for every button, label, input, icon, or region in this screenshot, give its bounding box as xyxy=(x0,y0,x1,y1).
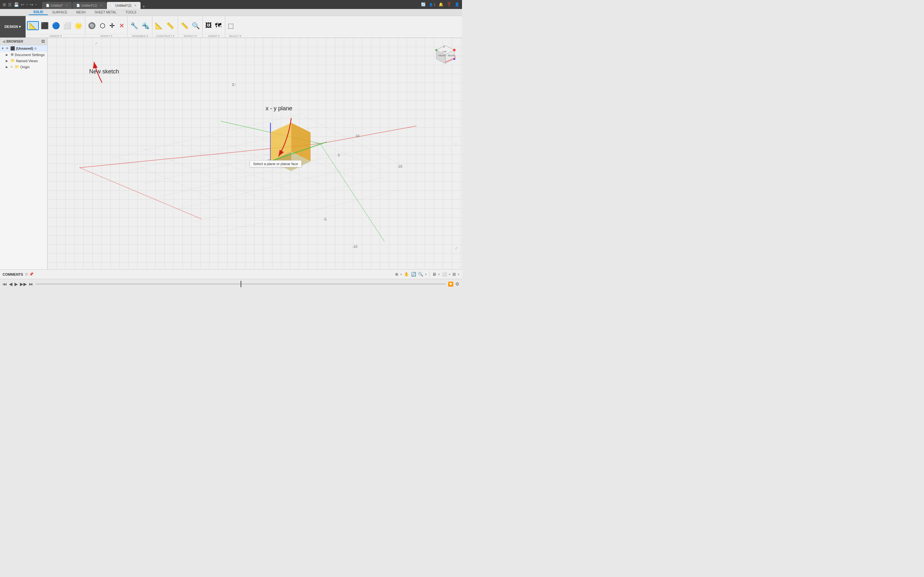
insert-btn1[interactable]: 🖼 xyxy=(204,21,213,30)
snap-dropdown[interactable]: ▾ xyxy=(401,273,402,276)
zoom-dropdown[interactable]: ▾ xyxy=(425,273,427,276)
zoom-icon[interactable]: 🔍 xyxy=(418,272,423,277)
timeline-prev-btn[interactable]: ◀ xyxy=(9,282,13,287)
tab-untitled-2[interactable]: 📄 Untitled*(2) ✕ xyxy=(107,2,141,9)
solid-btn[interactable]: ⬛ xyxy=(39,22,50,29)
svg-text:5: 5 xyxy=(338,153,340,157)
grid-dropdown[interactable]: ▾ xyxy=(458,273,459,276)
tab-untitled[interactable]: 📄 Untitled* ✕ xyxy=(42,2,72,9)
revolve-btn[interactable]: 🔵 xyxy=(51,22,61,29)
redo-icon[interactable]: ↪ xyxy=(30,2,33,7)
browser-item-origin[interactable]: ▶ 👁 📁 Origin xyxy=(0,64,47,70)
insert-btn2[interactable]: 🗺 xyxy=(214,21,223,30)
timeline-end-btn[interactable]: ⏭ xyxy=(29,282,33,287)
undo-dropdown-icon[interactable]: ▾ xyxy=(26,3,28,6)
canvas[interactable]: 10 5 -5 -10 -10 Z↑ New sketch xyxy=(47,38,462,269)
assemble-btn2[interactable]: 🔩 xyxy=(140,21,151,30)
design-button[interactable]: DESIGN ▾ xyxy=(0,16,26,37)
new-tab-icon[interactable]: + xyxy=(142,4,145,9)
scale-btn[interactable]: ✛ xyxy=(107,21,116,30)
titlebar-right: 🔄 👤 1 🔔 ❓ 👤 xyxy=(421,2,459,7)
display-mode-icon[interactable]: 🖥 xyxy=(432,272,436,277)
svg-line-5 xyxy=(111,155,224,203)
construct-btn1[interactable]: 📐 xyxy=(153,21,164,30)
timeline-next-btn[interactable]: ▶▶ xyxy=(20,282,27,287)
pan-icon[interactable]: ✋ xyxy=(404,272,409,277)
timeline-track[interactable] xyxy=(35,284,446,285)
visual-style-icon[interactable]: ⬜ xyxy=(442,272,447,277)
sketch-icon: 📐 xyxy=(29,23,37,29)
delete-btn[interactable]: ✕ xyxy=(117,21,126,30)
toolbar-main: DESIGN ▾ 📐 ⬛ 🔵 ⬜ 🌟 CREATE ▾ xyxy=(0,16,462,38)
snap-icon[interactable]: ⊕ xyxy=(395,272,399,277)
unsaved-options[interactable]: ⚙ xyxy=(34,47,37,50)
loft-btn[interactable]: 🌟 xyxy=(73,22,84,29)
timeline-start-btn[interactable]: ⏮ xyxy=(3,282,7,287)
expand-arrow-origin[interactable]: ▶ xyxy=(6,65,10,69)
back-arrow-icon[interactable]: ◁ xyxy=(3,40,5,43)
solid-icon: ⬛ xyxy=(41,23,49,29)
new-sketch-button[interactable]: 📐 xyxy=(27,21,39,30)
help-icon[interactable]: ❓ xyxy=(447,2,451,7)
svg-text:X: X xyxy=(454,55,456,58)
select-btn[interactable]: ⬚ xyxy=(226,21,235,30)
assemble-btn1[interactable]: 🔧 xyxy=(129,21,140,30)
toolbar-group-insert: 🖼 🗺 INSERT ▾ xyxy=(203,16,225,37)
fillet-btn[interactable]: 🔘 xyxy=(87,21,97,30)
tab-tools[interactable]: TOOLS xyxy=(121,10,141,15)
visual-style-dropdown[interactable]: ▾ xyxy=(449,273,451,276)
sweep-btn[interactable]: ⬜ xyxy=(62,22,73,29)
tab-mesh[interactable]: MESH xyxy=(72,10,90,15)
timeline-play-btn[interactable]: ▶ xyxy=(15,282,18,287)
inspect-icon1: 📏 xyxy=(181,22,189,29)
eye-icon[interactable]: 👁 xyxy=(6,47,9,50)
undo-icon[interactable]: ↩ xyxy=(21,2,24,7)
update-icon[interactable]: 🔄 xyxy=(421,2,426,7)
inspect-btn1[interactable]: 📏 xyxy=(179,21,190,30)
cube-nav[interactable]: Z FRONT RIGHT TOP X xyxy=(434,43,457,66)
inspect-btn2[interactable]: 🔍 xyxy=(191,21,201,30)
tab-close-1[interactable]: ✕ xyxy=(65,4,68,7)
timeline-settings-icon[interactable]: ⚙ xyxy=(455,282,459,287)
sweep-icon: ⬜ xyxy=(63,23,71,29)
tab-surface[interactable]: SURFACE xyxy=(48,10,72,15)
svg-line-1 xyxy=(320,126,417,143)
browser-header: ◁ BROWSER ⊡ xyxy=(0,38,47,45)
display-mode-dropdown[interactable]: ▾ xyxy=(438,273,440,276)
comments-pin-icon[interactable]: 📌 xyxy=(29,272,34,276)
redo-dropdown-icon[interactable]: ▾ xyxy=(35,3,37,6)
shell-btn[interactable]: ⬡ xyxy=(98,21,107,30)
comments-expand-icon[interactable]: ⊡ xyxy=(25,272,28,276)
browser-item-docsettings[interactable]: ▶ ⚙ Document Settings xyxy=(0,52,47,58)
canvas-toolbar: ⊕ ▾ ✋ 🔄 🔍 ▾ 🖥 ▾ ⬜ ▾ ⊞ ▾ xyxy=(395,272,459,277)
hamburger-icon[interactable]: ☰ xyxy=(8,2,12,7)
notification-icon[interactable]: 🔔 xyxy=(439,2,443,7)
browser-settings-icon[interactable]: ⊡ xyxy=(41,39,45,44)
annotation-xy-plane: x - y plane xyxy=(266,105,292,112)
app-grid-icon[interactable]: ⊞ xyxy=(3,2,6,7)
browser-item-unsaved[interactable]: ▼ 👁 ⬛ (Unsaved) ⚙ xyxy=(0,45,47,52)
tab-close-2[interactable]: ✕ xyxy=(100,4,102,7)
tab-close-3[interactable]: ✕ xyxy=(134,4,137,7)
expand-arrow-doc[interactable]: ▶ xyxy=(6,53,10,56)
construct-icon1: 📐 xyxy=(155,22,163,29)
unsaved-label: (Unsaved) xyxy=(16,47,33,50)
annotation-new-sketch: New sketch xyxy=(89,68,119,75)
tab-untitled-1[interactable]: 📄 Untitled*(1) ✕ xyxy=(73,2,106,9)
named-views-label: Named Views xyxy=(16,59,38,63)
eye-icon-origin[interactable]: 👁 xyxy=(10,65,13,69)
user-count[interactable]: 👤 1 xyxy=(429,3,435,6)
browser-item-namedviews[interactable]: ▶ 📁 Named Views xyxy=(0,58,47,64)
construct-btn2[interactable]: 📏 xyxy=(165,21,176,30)
orbit-icon[interactable]: 🔄 xyxy=(411,272,416,277)
tab-solid[interactable]: SOLID xyxy=(29,10,48,15)
tab-sheet-metal[interactable]: SHEET METAL xyxy=(90,10,121,15)
collapse-arrow[interactable]: ▼ xyxy=(1,47,5,50)
tab-label-2: Untitled*(1) xyxy=(81,4,97,7)
grid-icon[interactable]: ⊞ xyxy=(452,272,456,277)
profile-icon[interactable]: 👤 xyxy=(455,2,459,7)
expand-arrow-named[interactable]: ▶ xyxy=(6,59,10,63)
save-icon[interactable]: 💾 xyxy=(14,2,19,7)
origin-label: Origin xyxy=(20,65,29,69)
timeline-filter-icon[interactable]: 🔽 xyxy=(448,282,453,287)
